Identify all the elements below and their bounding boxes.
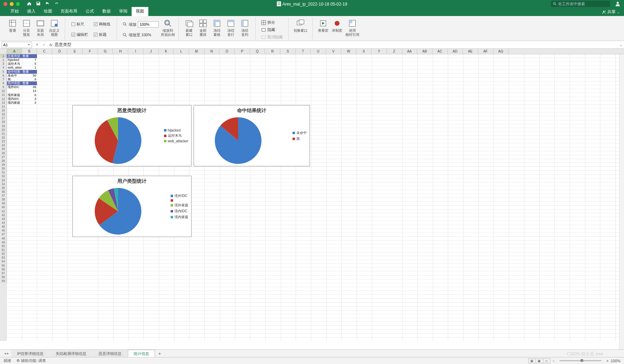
- chart3[interactable]: 用户类型统计境外IDC境外家庭境内IDC境内家庭: [72, 176, 192, 237]
- row-header-42[interactable]: 42: [0, 213, 7, 217]
- row-header-15[interactable]: 15: [0, 109, 7, 112]
- sheet-tab-失陷检测详细信息[interactable]: 失陷检测详细信息: [50, 350, 92, 357]
- chart1[interactable]: 恶意类型统计hijacked远控木马web_attacker: [72, 105, 192, 166]
- user-icon[interactable]: [615, 1, 621, 7]
- add-sheet-button[interactable]: +: [155, 351, 164, 356]
- home-icon[interactable]: [27, 1, 32, 7]
- row-header-2[interactable]: 2: [0, 58, 7, 62]
- cell-B10[interactable]: 14: [22, 89, 37, 93]
- row-header-52[interactable]: 52: [0, 252, 7, 256]
- row-header-23[interactable]: 23: [0, 140, 7, 143]
- row-header-31[interactable]: 31: [0, 171, 7, 174]
- row-header-6[interactable]: 6: [0, 74, 7, 78]
- col-header-V[interactable]: V: [326, 49, 341, 54]
- hide-button[interactable]: 隐藏: [261, 27, 283, 32]
- row-header-26[interactable]: 26: [0, 151, 7, 155]
- window-冻结首行-button[interactable]: 冻结 首行: [224, 18, 238, 41]
- sheet-tab-恶意详细信息[interactable]: 恶意详细信息: [93, 350, 127, 357]
- col-header-AD[interactable]: AD: [448, 49, 463, 54]
- row-header-7[interactable]: 7: [0, 78, 7, 81]
- zoom-control[interactable]: 缩放: [123, 21, 159, 27]
- col-header-N[interactable]: N: [204, 49, 220, 54]
- row-header-13[interactable]: 13: [0, 101, 7, 105]
- col-header-C[interactable]: C: [37, 49, 52, 54]
- row-header-28[interactable]: 28: [0, 159, 7, 163]
- check-网格线[interactable]: ✓网格线: [94, 22, 110, 27]
- row-header-57[interactable]: 57: [0, 271, 7, 275]
- worksheet-grid[interactable]: 1234567891011121314151617181920212223242…: [0, 54, 624, 341]
- chart2[interactable]: 命中结果统计未命中黑: [194, 105, 310, 166]
- row-header-29[interactable]: 29: [0, 163, 7, 167]
- tab-公式[interactable]: 公式: [81, 7, 98, 16]
- zoom-selection-button[interactable]: 缩放到 所选比例: [161, 18, 175, 41]
- cell-B6[interactable]: 50: [22, 74, 37, 78]
- row-header-50[interactable]: 50: [0, 244, 7, 248]
- row-header-34[interactable]: 34: [0, 182, 7, 186]
- row-header-44[interactable]: 44: [0, 221, 7, 225]
- col-header-AA[interactable]: AA: [402, 49, 418, 54]
- row-header-20[interactable]: 20: [0, 128, 7, 132]
- row-header-56[interactable]: 56: [0, 268, 7, 271]
- close-icon[interactable]: [3, 2, 7, 6]
- col-header-K[interactable]: K: [159, 49, 174, 54]
- minimize-icon[interactable]: [10, 2, 14, 6]
- window-冻结首列-button[interactable]: 冻结 首列: [238, 18, 252, 41]
- cell-B9[interactable]: 46: [22, 85, 37, 89]
- row-header-47[interactable]: 47: [0, 232, 7, 236]
- tab-插入[interactable]: 插入: [23, 7, 40, 16]
- zoom-in-button[interactable]: +: [606, 359, 608, 363]
- switch-window-button[interactable]: 切换窗口: [292, 18, 309, 41]
- search-input[interactable]: 在工作表中搜索: [551, 1, 610, 7]
- macro-查看宏-button[interactable]: 查看宏: [316, 18, 330, 41]
- row-header-38[interactable]: 38: [0, 198, 7, 201]
- row-header-30[interactable]: 30: [0, 167, 7, 171]
- cell-B11[interactable]: 6: [22, 93, 37, 97]
- view-页面-button[interactable]: 页面 布局: [33, 18, 47, 41]
- check-编辑栏[interactable]: ✓编辑栏: [71, 32, 88, 37]
- row-header-21[interactable]: 21: [0, 132, 7, 136]
- row-header-17[interactable]: 17: [0, 116, 7, 120]
- undo-icon[interactable]: [45, 1, 50, 7]
- col-header-P[interactable]: P: [235, 49, 250, 54]
- cell-A8[interactable]: 用户类型: [7, 81, 22, 85]
- col-header-AF[interactable]: AF: [478, 49, 493, 54]
- col-header-I[interactable]: I: [128, 49, 143, 54]
- row-header-36[interactable]: 36: [0, 190, 7, 194]
- zoom-input[interactable]: [138, 21, 159, 27]
- zoom-100-button[interactable]: 缩放至 100%: [123, 32, 159, 38]
- cell-A5[interactable]: 命中结果: [7, 70, 22, 74]
- cell-A3[interactable]: 远控木马: [7, 62, 22, 66]
- row-header-45[interactable]: 45: [0, 225, 7, 229]
- row-header-25[interactable]: 25: [0, 147, 7, 151]
- col-header-O[interactable]: O: [219, 49, 235, 54]
- expand-formula-icon[interactable]: ⌄: [618, 43, 624, 47]
- col-header-U[interactable]: U: [311, 49, 326, 54]
- row-header-35[interactable]: 35: [0, 186, 7, 190]
- cell-A10[interactable]: [7, 89, 22, 93]
- window-冻结窗格-button[interactable]: 冻结 窗格: [210, 18, 224, 41]
- row-header-40[interactable]: 40: [0, 205, 7, 209]
- row-header-39[interactable]: 39: [0, 201, 7, 205]
- col-header-H[interactable]: H: [113, 49, 128, 54]
- fx-icon[interactable]: fx: [49, 43, 53, 47]
- col-header-Y[interactable]: Y: [372, 49, 387, 54]
- sheet-nav[interactable]: ◂▸: [2, 351, 11, 356]
- row-header-46[interactable]: 46: [0, 229, 7, 232]
- cell-A12[interactable]: 境内IDC: [7, 97, 22, 101]
- cancel-formula-icon[interactable]: ✕: [33, 42, 40, 47]
- row-header-18[interactable]: 18: [0, 120, 7, 124]
- cell-B2[interactable]: 7: [22, 58, 37, 62]
- cell-B4[interactable]: 1: [22, 66, 37, 70]
- row-header-54[interactable]: 54: [0, 260, 7, 263]
- row-header-59[interactable]: 59: [0, 279, 7, 283]
- accept-formula-icon[interactable]: ✓: [40, 42, 47, 47]
- window-全部重排-button[interactable]: 全部 重排: [196, 18, 210, 41]
- tab-审阅[interactable]: 审阅: [115, 7, 132, 16]
- name-box[interactable]: A1▼: [1, 42, 32, 48]
- col-header-J[interactable]: J: [143, 49, 159, 54]
- col-header-AE[interactable]: AE: [463, 49, 478, 54]
- cell-B13[interactable]: 2: [22, 101, 37, 105]
- sheet-tab-统计信息[interactable]: 统计信息: [128, 350, 155, 357]
- formula-content[interactable]: 恶意类型: [55, 42, 618, 48]
- col-header-S[interactable]: S: [280, 49, 296, 54]
